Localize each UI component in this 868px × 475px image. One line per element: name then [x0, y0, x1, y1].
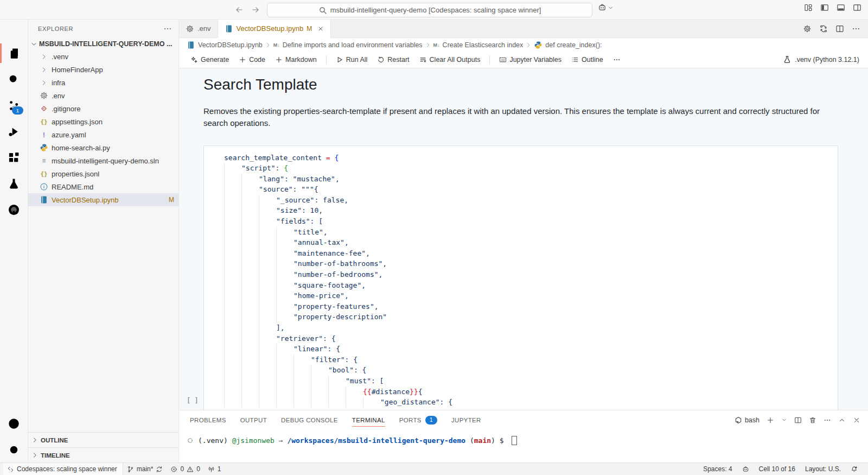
- code-line: "number-of-bathrooms",: [224, 258, 838, 269]
- file-name: README.md: [52, 183, 93, 191]
- code-line: "home-price",: [224, 290, 838, 301]
- panel-tab-output[interactable]: OUTPUT: [240, 410, 267, 429]
- problems-indicator[interactable]: 00: [167, 463, 203, 475]
- editor-tab[interactable]: .env: [179, 20, 218, 37]
- nav-back-icon[interactable]: [233, 4, 245, 16]
- code-cell[interactable]: search_template_content = {"script": {"l…: [203, 145, 838, 410]
- cell-indicator[interactable]: Cell 10 of 16: [755, 465, 799, 473]
- close-tab-icon[interactable]: [317, 26, 324, 32]
- file-tree-item[interactable]: {} properties.jsonl: [28, 167, 178, 180]
- panel-action-more-icon[interactable]: [824, 416, 831, 424]
- activity-item-run-debug[interactable]: [0, 118, 28, 144]
- notifications-bell[interactable]: [847, 466, 861, 473]
- editor-action-more-icon[interactable]: [852, 24, 860, 33]
- copilot-menu[interactable]: [598, 3, 614, 12]
- toolbar-button-generate[interactable]: Generate: [187, 54, 233, 65]
- breadcrumb: VectorDBSetup.ipynbM↓Define imports and …: [179, 38, 868, 52]
- file-tree-item[interactable]: HomeFinderApp: [28, 63, 178, 76]
- toolbar-button-restart[interactable]: Restart: [373, 54, 413, 65]
- panel-tab-label: TERMINAL: [352, 417, 385, 423]
- file-tree: .venv HomeFinderApp infra .env .gitignor…: [28, 50, 178, 432]
- python-icon: [40, 143, 48, 152]
- editor-action-gear-icon[interactable]: [803, 24, 812, 33]
- workspace-root-folder[interactable]: MSBUILD-INTELLIGENT-QUERY-DEMO ...: [28, 38, 178, 50]
- terminal[interactable]: (.venv) @jsimonweb → /workspaces/msbuild…: [179, 436, 868, 445]
- file-tree-item[interactable]: ≡ msbuild-intelligent-query-demo.sln: [28, 154, 178, 167]
- activity-item-testing[interactable]: [0, 170, 28, 197]
- panel-tab-problems[interactable]: PROBLEMS: [190, 410, 226, 429]
- kernel-picker[interactable]: .venv (Python 3.12.1): [783, 55, 859, 64]
- toolbar-button-markdown[interactable]: Markdown: [271, 54, 321, 65]
- panel-action-close-icon[interactable]: [853, 416, 860, 424]
- sidebar-section-outline[interactable]: OUTLINE: [28, 432, 178, 447]
- customize-layout-icon[interactable]: [804, 3, 813, 12]
- indentation-indicator[interactable]: Spaces: 4: [699, 465, 736, 473]
- panel-tab-terminal[interactable]: TERMINAL: [352, 410, 385, 429]
- panel-action-chevron-down-icon[interactable]: [781, 417, 787, 423]
- terminal-shell-selector[interactable]: bash: [735, 416, 760, 424]
- breadcrumb-item[interactable]: VectorDBSetup.ipynb: [187, 41, 263, 49]
- editor-action-kernel-switch-icon[interactable]: [819, 24, 828, 33]
- ports-indicator[interactable]: 1: [204, 463, 225, 475]
- bell-icon: [851, 466, 858, 473]
- code-line: "annual-tax",: [224, 237, 838, 248]
- activity-item-menu[interactable]: [0, 20, 28, 40]
- toolbar-button-run-all[interactable]: Run All: [332, 54, 372, 65]
- activity-item-account[interactable]: [0, 410, 28, 436]
- activity-item-files[interactable]: [0, 40, 28, 66]
- file-name: msbuild-intelligent-query-demo.sln: [52, 157, 159, 165]
- file-tree-item[interactable]: README.md: [28, 180, 178, 193]
- activity-item-source-control[interactable]: 1: [0, 92, 28, 118]
- command-center-search[interactable]: msbuild-intelligent-query-demo [Codespac…: [267, 3, 592, 17]
- activity-item-settings[interactable]: [0, 436, 28, 463]
- breadcrumb-item[interactable]: M↓Create Elasticsearch index: [433, 41, 524, 49]
- editor-tab[interactable]: VectorDBSetup.ipynb M: [218, 20, 331, 38]
- keyboard-layout-indicator[interactable]: Layout: U.S.: [801, 465, 845, 473]
- python-icon: [534, 41, 542, 49]
- toolbar-button-more[interactable]: [609, 54, 624, 65]
- panel-action-split-icon[interactable]: [794, 416, 802, 424]
- panel-action-trash-icon[interactable]: [809, 416, 816, 424]
- breadcrumb-item[interactable]: def create_index():: [534, 41, 602, 49]
- branch-indicator[interactable]: main*: [123, 463, 167, 475]
- toolbar-button-outline[interactable]: Outline: [567, 54, 607, 65]
- activity-item-search[interactable]: [0, 66, 28, 92]
- json-icon: {}: [40, 170, 47, 178]
- remote-indicator[interactable]: Codespaces: scaling space winner: [3, 463, 123, 475]
- editor-action-split-icon[interactable]: [835, 24, 844, 33]
- activity-item-extensions[interactable]: [0, 144, 28, 170]
- file-tree-item[interactable]: .env: [28, 89, 178, 102]
- sidebar-section-timeline[interactable]: TIMELINE: [28, 447, 178, 463]
- panel-action-plus-icon[interactable]: [767, 416, 774, 424]
- shell-label: bash: [745, 416, 760, 424]
- panel-tab-ports[interactable]: PORTS 1: [399, 410, 437, 429]
- toolbar-button-jupyter-variables[interactable]: (x)Jupyter Variables: [495, 54, 565, 65]
- panel-tab-jupyter[interactable]: JUPYTER: [451, 410, 481, 429]
- toolbar-button-clear-all-outputs[interactable]: Clear All Outputs: [416, 54, 484, 65]
- branch-icon: [127, 466, 134, 473]
- file-tree-item[interactable]: .gitignore: [28, 102, 178, 115]
- code-line: "title",: [224, 227, 838, 238]
- file-tree-item[interactable]: {} appsettings.json: [28, 115, 178, 128]
- code-line: "retriever": {: [224, 333, 838, 344]
- ports-badge: 1: [425, 416, 437, 425]
- toggle-secondary-sidebar-icon[interactable]: [853, 3, 861, 12]
- copilot-status[interactable]: [738, 466, 753, 473]
- nav-forward-icon[interactable]: [250, 4, 261, 16]
- file-tree-item[interactable]: home-search-ai.py: [28, 141, 178, 154]
- notebook-icon: [225, 24, 233, 33]
- file-tree-item[interactable]: VectorDBSetup.ipynb M: [28, 193, 178, 206]
- activity-item-github[interactable]: [0, 197, 28, 223]
- explorer-actions-icon[interactable]: [163, 24, 172, 33]
- plus-icon: [275, 56, 283, 64]
- file-tree-item[interactable]: infra: [28, 76, 178, 89]
- panel-action-chevron-up-icon[interactable]: [838, 416, 846, 424]
- file-tree-item[interactable]: .venv: [28, 50, 178, 63]
- terminal-session-icon: [187, 437, 194, 444]
- toolbar-button-code[interactable]: Code: [235, 54, 269, 65]
- toggle-panel-icon[interactable]: [837, 3, 845, 12]
- breadcrumb-item[interactable]: M↓Define imports and load environment va…: [273, 41, 423, 49]
- file-tree-item[interactable]: ! azure.yaml: [28, 128, 178, 141]
- toggle-sidebar-icon[interactable]: [820, 3, 829, 12]
- panel-tab-debug-console[interactable]: DEBUG CONSOLE: [281, 410, 338, 429]
